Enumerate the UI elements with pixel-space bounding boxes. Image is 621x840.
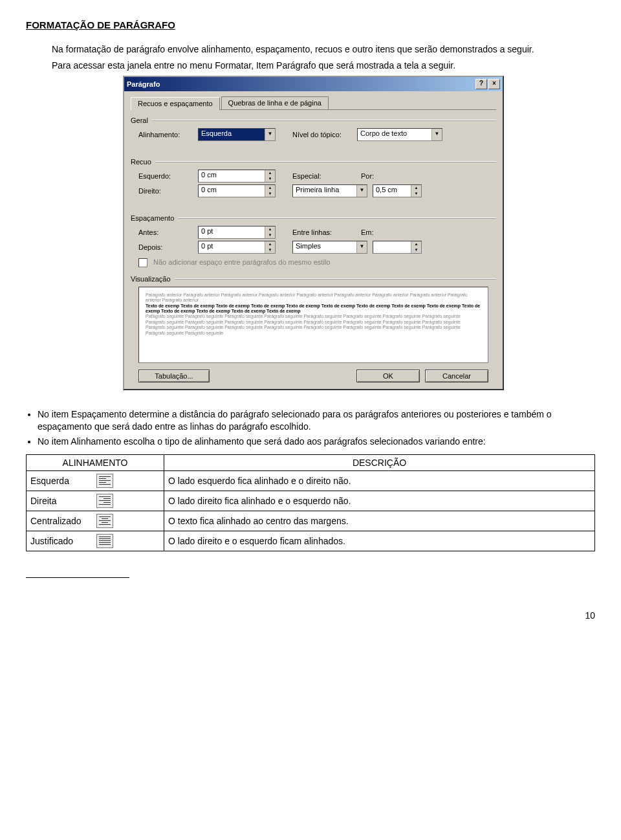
paragraph-dialog: Parágrafo ? × Recuos e espaçamento Quebr… — [123, 76, 504, 390]
entre-value: Simples — [293, 241, 356, 253]
spinner-down-icon: ▼ — [265, 191, 275, 197]
note-alinhamento: No item Alinhamento escolha o tipo de al… — [38, 436, 595, 448]
align-left-icon — [96, 474, 113, 488]
row-desc: O texto fica alinhado ao centro das marg… — [164, 511, 595, 531]
spinner-down-icon: ▼ — [265, 176, 275, 182]
table-row: Justificado O lado direito e o esquerdo … — [27, 531, 595, 551]
row-label: Justificado — [30, 536, 89, 546]
close-icon[interactable]: × — [488, 79, 500, 89]
chevron-down-icon: ▼ — [356, 241, 367, 253]
table-head-descricao: DESCRIÇÃO — [164, 454, 595, 470]
ok-button[interactable]: OK — [356, 370, 420, 382]
por-value: 0,5 cm — [373, 185, 411, 197]
nivel-label: Nível do tópico: — [292, 131, 357, 138]
align-center-icon — [96, 514, 113, 528]
row-label: Centralizado — [30, 516, 89, 526]
esquerdo-label: Esquerdo: — [138, 172, 198, 180]
intro-para-1: Na formatação de parágrafo envolve alinh… — [26, 43, 595, 56]
dialog-tabs: Recuos e espaçamento Quebras de linha e … — [131, 96, 496, 110]
especial-label: Especial: — [292, 172, 344, 180]
alignment-table: ALINHAMENTO DESCRIÇÃO Esquerda O lado es… — [26, 454, 595, 551]
tab-quebras[interactable]: Quebras de linha e de página — [221, 96, 329, 109]
page-heading: FORMATAÇÃO DE PARÁGRAFO — [26, 19, 595, 30]
antes-spinner[interactable]: 0 pt ▲▼ — [198, 226, 276, 239]
chevron-down-icon: ▼ — [431, 129, 442, 140]
direito-label: Direito: — [138, 187, 198, 195]
antes-value: 0 pt — [199, 227, 265, 238]
spinner-down-icon: ▼ — [265, 232, 275, 238]
note-espacamento: No item Espaçamento determine a distânci… — [38, 408, 595, 433]
row-desc: O lado esquerdo fica alinhado e o direit… — [164, 470, 595, 491]
preview-next-text: Parágrafo seguinte Parágrafo seguinte Pa… — [146, 314, 481, 336]
tab-recuos[interactable]: Recuos e espaçamento — [131, 97, 220, 110]
alinhamento-value: Esquerda — [199, 129, 265, 140]
direito-value: 0 cm — [199, 185, 265, 197]
especial-combo[interactable]: Primeira linha ▼ — [292, 184, 367, 197]
preview-prev-text: Parágrafo anterior Parágrafo anterior Pa… — [146, 293, 481, 304]
esquerdo-spinner[interactable]: 0 cm ▲▼ — [198, 170, 276, 182]
align-justify-icon — [96, 534, 113, 548]
dialog-titlebar: Parágrafo ? × — [124, 77, 503, 91]
tabulacao-button[interactable]: Tabulação... — [138, 370, 210, 382]
spinner-up-icon: ▲ — [411, 241, 421, 247]
em-spinner[interactable]: ▲▼ — [373, 241, 422, 254]
em-value — [373, 241, 411, 253]
esquerdo-value: 0 cm — [199, 170, 265, 182]
group-visualizacao: Visualização — [131, 275, 171, 283]
same-style-checkbox-row: Não adicionar espaço entre parágrafos do… — [131, 256, 496, 271]
nivel-combo[interactable]: Corpo de texto ▼ — [357, 128, 442, 141]
entre-combo[interactable]: Simples ▼ — [292, 241, 367, 254]
table-row: Centralizado O texto fica alinhado ao ce… — [27, 511, 595, 531]
depois-label: Depois: — [138, 243, 198, 251]
antes-label: Antes: — [138, 228, 198, 236]
help-icon[interactable]: ? — [475, 79, 487, 89]
em-label: Em: — [361, 228, 383, 236]
notes-list: No item Espaçamento determine a distânci… — [26, 408, 595, 448]
spinner-down-icon: ▼ — [411, 247, 421, 253]
depois-value: 0 pt — [199, 241, 265, 253]
dialog-title: Parágrafo — [127, 80, 474, 88]
row-label: Esquerda — [30, 476, 89, 486]
spinner-up-icon: ▲ — [265, 170, 275, 176]
entre-label: Entre linhas: — [292, 228, 344, 236]
por-spinner[interactable]: 0,5 cm ▲▼ — [373, 184, 422, 197]
depois-spinner[interactable]: 0 pt ▲▼ — [198, 241, 276, 254]
intro-para-2: Para acessar esta janela entre no menu F… — [26, 60, 595, 72]
alinhamento-combo[interactable]: Esquerda ▼ — [198, 128, 276, 141]
spinner-up-icon: ▲ — [411, 185, 421, 191]
table-head-alinhamento: ALINHAMENTO — [27, 454, 164, 470]
row-desc: O lado direito fica alinhado e o esquerd… — [164, 491, 595, 511]
spinner-up-icon: ▲ — [265, 241, 275, 247]
checkbox-label: Não adicionar espaço entre parágrafos do… — [153, 258, 330, 266]
group-geral: Geral — [131, 116, 148, 124]
alinhamento-label: Alinhamento: — [138, 131, 198, 138]
spinner-up-icon: ▲ — [265, 185, 275, 191]
checkbox-icon[interactable] — [138, 258, 147, 267]
footer-rule — [26, 577, 129, 578]
row-desc: O lado direito e o esquerdo ficam alinha… — [164, 531, 595, 551]
por-label: Por: — [361, 172, 383, 180]
chevron-down-icon: ▼ — [356, 185, 367, 197]
table-row: Esquerda O lado esquerdo fica alinhado e… — [27, 470, 595, 491]
spinner-down-icon: ▼ — [411, 191, 421, 197]
group-recuo: Recuo — [131, 158, 151, 166]
nivel-value: Corpo de texto — [358, 129, 431, 140]
row-label: Direita — [30, 496, 89, 506]
especial-value: Primeira linha — [293, 185, 356, 197]
preview-sample-text: Texto de exemp Texto de exemp Texto de e… — [146, 304, 481, 315]
cancel-button[interactable]: Cancelar — [425, 370, 488, 382]
direito-spinner[interactable]: 0 cm ▲▼ — [198, 184, 276, 197]
page-number: 10 — [26, 610, 595, 621]
spinner-down-icon: ▼ — [265, 247, 275, 253]
spinner-up-icon: ▲ — [265, 227, 275, 232]
align-right-icon — [96, 494, 113, 508]
group-espacamento: Espaçamento — [131, 214, 174, 222]
chevron-down-icon: ▼ — [265, 129, 275, 140]
preview-box: Parágrafo anterior Parágrafo anterior Pa… — [138, 287, 488, 363]
table-row: Direita O lado direito fica alinhado e o… — [27, 491, 595, 511]
